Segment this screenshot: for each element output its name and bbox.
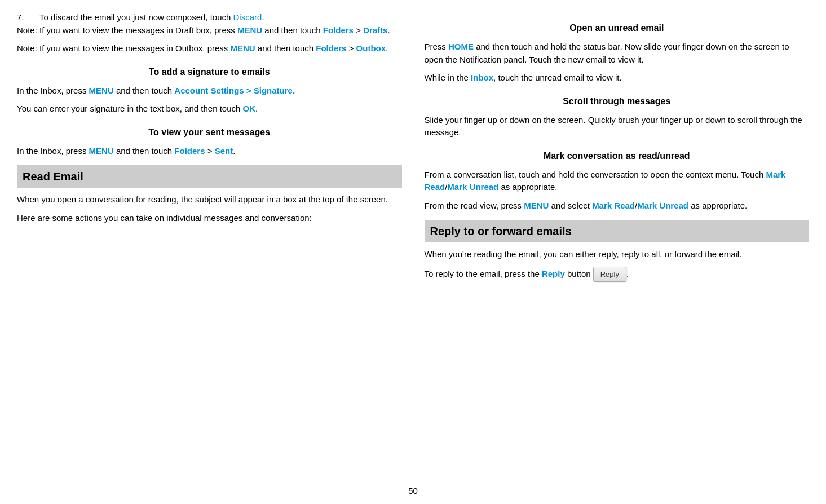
reply-button[interactable]: Reply bbox=[593, 267, 626, 282]
reply-body2-pre: To reply to the email, press the bbox=[425, 268, 542, 278]
note1: Note: If you want to view the messages i… bbox=[17, 24, 402, 37]
item-7: 7. To discard the email you just now com… bbox=[17, 11, 402, 24]
right-column: Open an unread email Press HOME and then… bbox=[413, 11, 810, 475]
sent-menu: MENU bbox=[89, 146, 114, 156]
sig-heading: To add a signature to emails bbox=[17, 65, 402, 79]
read-body1: When you open a conversation for reading… bbox=[17, 193, 402, 206]
reply-body2-post: button bbox=[565, 268, 591, 278]
reply-banner: Reply to or forward emails bbox=[425, 220, 810, 242]
open-text4: , touch the unread email to view it. bbox=[493, 73, 622, 82]
reply-link: Reply bbox=[542, 268, 565, 278]
scroll-heading: Scroll through messages bbox=[425, 95, 810, 108]
open-home: HOME bbox=[448, 42, 474, 51]
note1-drafts: Drafts bbox=[363, 25, 387, 35]
note2-outbox: Outbox bbox=[356, 43, 386, 53]
mark-text4: and select bbox=[549, 201, 592, 210]
note1-gt: > bbox=[354, 25, 363, 35]
note2: Note: If you want to view the messages i… bbox=[17, 42, 402, 55]
read-body2: Here are some actions you can take on in… bbox=[17, 212, 402, 225]
note1-text2: and then touch bbox=[262, 25, 323, 35]
sig-body: You can enter your signature in the text… bbox=[17, 104, 243, 113]
page-footer: 50 bbox=[0, 480, 826, 504]
note2-gt: > bbox=[346, 43, 356, 53]
page-number: 50 bbox=[408, 486, 418, 496]
reply-banner-title: Reply to or forward emails bbox=[430, 225, 572, 237]
open-text1: Press bbox=[425, 42, 449, 51]
sig-period: . bbox=[255, 104, 258, 113]
sent-heading: To view your sent messages bbox=[17, 126, 402, 139]
sent-para: In the Inbox, press MENU and then touch … bbox=[17, 145, 402, 158]
mark-text2: as appropriate. bbox=[498, 182, 557, 192]
note1-text1: Note: If you want to view the messages i… bbox=[17, 25, 237, 35]
mark-unread1: Mark Unread bbox=[447, 182, 498, 192]
open-text2: and then touch and hold the status bar. … bbox=[425, 42, 789, 64]
open-heading: Open an unread email bbox=[425, 21, 810, 35]
sig-menu: MENU bbox=[89, 86, 114, 95]
open-para2: While in the Inbox, touch the unread ema… bbox=[425, 72, 810, 85]
sent-gt: > bbox=[205, 146, 215, 156]
open-inbox: Inbox bbox=[471, 73, 493, 82]
mark-read2: Mark Read bbox=[592, 201, 635, 210]
sig-text2: and then touch bbox=[114, 86, 175, 95]
mark-text5: as appropriate. bbox=[688, 201, 747, 210]
reply-body2-end: . bbox=[626, 268, 629, 278]
note2-menu: MENU bbox=[231, 43, 255, 53]
sent-link: Sent bbox=[215, 146, 233, 156]
note2-text2: and then touch bbox=[255, 43, 316, 53]
sent-folders: Folders bbox=[174, 146, 205, 156]
item-7-content: To discard the email you just now compos… bbox=[39, 11, 264, 24]
mark-para1: From a conversation list, touch and hold… bbox=[425, 169, 810, 194]
open-para: Press HOME and then touch and hold the s… bbox=[425, 41, 810, 66]
note2-folders: Folders bbox=[316, 43, 346, 53]
discard-link: Discard bbox=[233, 12, 262, 22]
read-email-banner: Read Email bbox=[17, 165, 402, 188]
left-column: 7. To discard the email you just now com… bbox=[17, 11, 413, 475]
sent-period: . bbox=[233, 146, 235, 156]
item-7-number: 7. bbox=[17, 11, 39, 24]
sent-text2: and then touch bbox=[114, 146, 175, 156]
note1-folders: Folders bbox=[323, 25, 354, 35]
sig-ok: OK bbox=[243, 104, 256, 113]
read-email-title: Read Email bbox=[23, 170, 83, 183]
open-text3: While in the bbox=[425, 73, 471, 82]
mark-text3: From the read view, press bbox=[425, 201, 524, 210]
sent-text1: In the Inbox, press bbox=[17, 146, 89, 156]
note2-text3: . bbox=[386, 43, 388, 53]
scroll-body: Slide your finger up or down on the scre… bbox=[425, 114, 810, 139]
reply-body2: To reply to the email, press the Reply b… bbox=[425, 267, 810, 282]
mark-text1: From a conversation list, touch and hold… bbox=[425, 170, 766, 179]
mark-unread2: Mark Unread bbox=[637, 201, 688, 210]
mark-heading: Mark conversation as read/unread bbox=[425, 149, 810, 163]
sig-text1: In the Inbox, press bbox=[17, 86, 89, 95]
item-7-text2: . bbox=[262, 12, 264, 22]
item-7-text1: To discard the email you just now compos… bbox=[39, 12, 233, 22]
mark-para2: From the read view, press MENU and selec… bbox=[425, 200, 810, 213]
note1-text3: . bbox=[387, 25, 390, 35]
note2-text1: Note: If you want to view the messages i… bbox=[17, 43, 231, 53]
note1-menu: MENU bbox=[237, 25, 262, 35]
reply-body1: When you're reading the email, you can e… bbox=[425, 248, 810, 261]
sig-para2: You can enter your signature in the text… bbox=[17, 103, 402, 116]
mark-menu: MENU bbox=[524, 201, 549, 210]
sig-para1: In the Inbox, press MENU and then touch … bbox=[17, 85, 402, 98]
sig-link: Account Settings > Signature. bbox=[174, 86, 295, 95]
